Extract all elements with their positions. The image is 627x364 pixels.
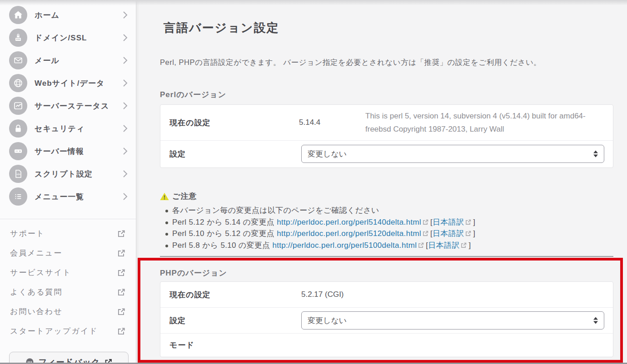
chevron-right-icon [123,79,128,87]
sidebar-item-domain-ssl[interactable]: WWW ドメイン/SSL [0,26,136,49]
perl5140-japanese-link[interactable]: 日本語訳 [433,218,464,226]
home-icon [9,6,27,24]
php-version-select[interactable]: 変更しない [301,311,604,330]
php-current-version: 5.2.17 (CGI) [301,290,344,299]
php-mode-label: モード [169,340,194,350]
sidebar-item-security[interactable]: セキュリティ [0,117,136,140]
perl-version-detail: This is perl 5, version 14, subversion 4… [365,109,602,136]
chevron-right-icon [123,102,128,110]
sidebar-link-contact[interactable]: お問い合わせ [0,302,136,321]
perl-section-heading: Perlのバージョン [160,89,226,100]
sidebar-link-support[interactable]: サポート [0,224,136,243]
chevron-right-icon [123,170,128,178]
sidebar-item-label: ホーム [35,10,60,20]
sidebar-link-member-menu[interactable]: 会員メニュー [0,243,136,263]
external-link-icon [117,288,126,297]
page-description: Perl, PHPの言語設定ができます。 バージョン指定を必要とされない方は「推… [160,58,541,68]
chevron-right-icon [123,124,128,133]
select-updown-icon [593,317,598,324]
notice-item: Perl 5.8 から 5.10 の変更点 http://perldoc.per… [160,240,613,251]
chevron-right-icon [123,192,128,201]
page: ホーム WWW ドメイン/SSL [0,0,627,364]
notice-item: 各バージョン毎の変更点は以下のページをご確認ください [160,205,613,216]
external-link-icon [465,230,472,237]
external-link-icon [422,230,429,237]
sidebar-link-startup-guide[interactable]: スタートアップガイド [0,321,136,341]
php-settings-card: 現在の設定 5.2.17 (CGI) 設定 変更しない モード [160,281,613,357]
sidebar-external-menu: サポート 会員メニュー サービスサイト よくある質問 [0,224,136,341]
perl-current-setting-row: 現在の設定 5.14.4 This is perl 5, version 14,… [160,105,613,140]
chevron-right-icon [123,56,128,64]
external-link-icon [117,268,126,277]
mail-icon [9,51,27,69]
page-title: 言語バージョン設定 [164,20,279,36]
php-setting-row: 設定 変更しない [160,307,613,333]
perl-setting-label: 設定 [169,149,186,159]
sidebar: ホーム WWW ドメイン/SSL [0,0,136,364]
external-link-icon [117,327,126,336]
sidebar-item-website-data[interactable]: Webサイト/データ [0,72,136,94]
sidebar-item-home[interactable]: ホーム [0,4,136,26]
warning-icon [160,192,169,201]
php-current-label: 現在の設定 [169,290,210,300]
external-link-icon [117,307,126,316]
sidebar-item-menu-list[interactable]: メニュー一覧 [0,185,136,208]
notice-section: ご注意 各バージョン毎の変更点は以下のページをご確認ください Perl 5.12… [160,191,613,251]
perl-setting-row: 設定 変更しない [160,140,613,167]
notice-item: Perl 5.10 から 5.12 の変更点 http://perldoc.pe… [160,228,613,240]
perl5120-delta-link[interactable]: http://perldoc.perl.org/perl5120delta.ht… [277,229,421,238]
perl-current-label: 現在の設定 [169,118,210,128]
sidebar-divider [0,219,136,219]
website-data-icon [9,74,27,92]
menu-list-icon [9,187,27,206]
notice-heading: ご注意 [172,191,197,202]
perl-version-select[interactable]: 変更しない [301,145,604,163]
sidebar-item-label: サーバーステータス [35,101,109,111]
notice-item: Perl 5.12 から 5.14 の変更点 http://perldoc.pe… [160,216,613,228]
script-settings-icon: </> [9,165,27,183]
sidebar-main-menu: ホーム WWW ドメイン/SSL [0,0,136,208]
sidebar-item-mail[interactable]: メール [0,49,136,72]
sidebar-item-label: スクリプト設定 [35,169,93,179]
php-mode-row: モード [160,333,613,357]
external-link-icon [117,249,126,258]
server-status-icon [9,97,27,115]
perl5140-delta-link[interactable]: http://perldoc.perl.org/perl5140delta.ht… [277,218,421,226]
sidebar-link-faq[interactable]: よくある質問 [0,282,136,302]
sidebar-item-label: Webサイト/データ [35,78,104,89]
domain-ssl-icon: WWW [9,29,27,47]
sidebar-item-label: サーバー情報 [35,146,84,157]
svg-text:</>: </> [16,173,20,176]
perl5120-japanese-link[interactable]: 日本語訳 [433,229,464,238]
select-updown-icon [593,151,598,157]
php-current-setting-row: 現在の設定 5.2.17 (CGI) [160,282,613,307]
perl-settings-card: 現在の設定 5.14.4 This is perl 5, version 14,… [160,104,613,168]
sidebar-link-service-site[interactable]: サービスサイト [0,263,136,282]
sidebar-item-server-status[interactable]: サーバーステータス [0,94,136,117]
php-version-select-value: 変更しない [308,315,347,326]
server-info-icon [9,142,27,160]
perl-current-version: 5.14.4 [299,118,320,127]
perl5100-japanese-link[interactable]: 日本語訳 [428,241,459,250]
sidebar-item-label: メニュー一覧 [35,192,84,202]
sidebar-item-label: ドメイン/SSL [35,33,87,43]
chevron-right-icon [123,11,128,19]
svg-text:WWW: WWW [16,39,20,40]
security-lock-icon [9,119,27,138]
main-content: 言語バージョン設定 Perl, PHPの言語設定ができます。 バージョン指定を必… [136,0,627,364]
sidebar-item-script-settings[interactable]: </> スクリプト設定 [0,162,136,185]
php-section-heading: PHPのバージョン [160,268,227,278]
sidebar-item-label: メール [35,55,60,66]
sidebar-item-label: セキュリティ [35,123,85,134]
external-link-icon [422,219,429,226]
php-setting-label: 設定 [169,315,186,326]
perl-version-select-value: 変更しない [308,149,347,159]
chevron-right-icon [123,147,128,155]
perl5100-delta-link[interactable]: http://perldoc.perl.org/perl5100delta.ht… [272,241,417,250]
external-link-icon [117,229,126,238]
feedback-button[interactable]: フィードバック [9,352,129,364]
sidebar-item-server-info[interactable]: サーバー情報 [0,140,136,162]
external-link-icon [465,219,472,226]
external-link-icon [418,242,424,249]
section-divider [160,256,613,257]
